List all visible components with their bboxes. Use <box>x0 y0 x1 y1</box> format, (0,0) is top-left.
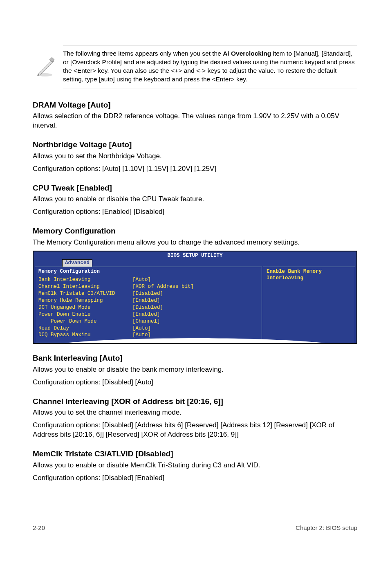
bios-val: [Auto] <box>132 325 151 332</box>
footer-chapter: Chapter 2: BIOS setup <box>296 524 357 532</box>
body-channel-interleaving-2: Configuration options: [Disabled] [Addre… <box>33 421 357 440</box>
bios-panel: BIOS SETUP UTILITY Advanced Memory Confi… <box>33 251 357 344</box>
note-text: The following three items appears only w… <box>63 45 357 88</box>
bios-val: [Enabled] <box>132 311 160 318</box>
bios-val: [Channel] <box>132 318 160 325</box>
body-cpu-tweak-2: Configuration options: [Enabled] [Disabl… <box>33 207 357 217</box>
bios-val: [Auto] <box>132 276 151 283</box>
heading-mem-config: Memory Configuration <box>33 226 357 236</box>
heading-channel-interleaving: Channel Interleaving [XOR of Address bit… <box>33 396 357 407</box>
bios-help-text: Enable Bank Memory Interleaving <box>267 269 322 281</box>
heading-dram-voltage: DRAM Voltage [Auto] <box>33 100 357 110</box>
body-dram-voltage: Allows selection of the DDR2 reference v… <box>33 112 357 130</box>
heading-northbridge: Northbridge Voltage [Auto] <box>33 139 357 150</box>
bios-row[interactable]: Memory Hole Remapping[Enabled] <box>38 297 258 304</box>
body-northbridge-1: Allows you to set the Northbridge Voltag… <box>33 152 357 161</box>
body-northbridge-2: Configuration options: [Auto] [1.10V] [1… <box>33 164 357 174</box>
bios-val: [XOR of Address bit] <box>132 283 194 290</box>
heading-bank-interleaving: Bank Interleaving [Auto] <box>33 353 357 364</box>
page-footer: 2-20 Chapter 2: BIOS setup <box>33 524 357 540</box>
bios-key: DCQ Bypass Maximu <box>38 332 132 339</box>
bios-val: [Disabled] <box>132 304 163 311</box>
svg-marker-1 <box>38 60 54 75</box>
bios-key: Memory Hole Remapping <box>38 297 132 304</box>
bios-help-pane: Enable Bank Memory Interleaving <box>263 267 355 343</box>
note-part1: The following three items appears only w… <box>63 50 223 57</box>
bios-key: MemClk Tristate C3/ATLVID <box>38 290 132 297</box>
bios-tab-advanced[interactable]: Advanced <box>62 259 92 267</box>
bios-row[interactable]: Power Down Enable[Enabled] <box>38 311 258 318</box>
bios-key: Power Down Enable <box>38 311 132 318</box>
body-channel-interleaving-1: Allows you to set the channel interleavi… <box>33 408 357 417</box>
bios-key: Power Down Mode <box>38 318 132 325</box>
note-bold: Ai Overclocking <box>223 50 271 57</box>
footer-page-number: 2-20 <box>33 524 45 532</box>
bios-row[interactable]: Bank Interleaving[Auto] <box>38 276 258 283</box>
bios-key: Channel Interleaving <box>38 283 132 290</box>
bios-row[interactable]: MemClk Tristate C3/ATLVID[Disabled] <box>38 290 258 297</box>
heading-cpu-tweak: CPU Tweak [Enabled] <box>33 183 357 193</box>
bios-val: [Enabled] <box>132 297 160 304</box>
bios-key: Bank Interleaving <box>38 276 132 283</box>
pencil-icon <box>33 45 57 88</box>
bios-val: [Disabled] <box>132 290 163 297</box>
heading-memclk: MemClk Tristate C3/ATLVID [Disabled] <box>33 449 357 459</box>
body-bank-interleaving-2: Configuration options: [Disabled] [Auto] <box>33 378 357 387</box>
bios-row[interactable]: Channel Interleaving[XOR of Address bit] <box>38 283 258 290</box>
bios-row[interactable]: Read Delay[Auto] <box>38 325 258 332</box>
body-bank-interleaving-1: Allows you to enable or disable the bank… <box>33 365 357 375</box>
note-block: The following three items appears only w… <box>33 45 357 91</box>
bios-row[interactable]: DCT Unganged Mode[Disabled] <box>38 304 258 311</box>
body-mem-config: The Memory Configuration menu allows you… <box>33 238 357 247</box>
bios-panel-heading: Memory Configuration <box>38 268 258 275</box>
bios-key: Read Delay <box>38 325 132 332</box>
bios-row[interactable]: DCQ Bypass Maximu[Auto] <box>38 332 258 339</box>
body-cpu-tweak-1: Allows you to enable or disable the CPU … <box>33 195 357 204</box>
bios-title: BIOS SETUP UTILITY <box>34 251 356 259</box>
bios-key: DCT Unganged Mode <box>38 304 132 311</box>
bios-val: [Auto] <box>132 332 151 339</box>
body-memclk-2: Configuration options: [Disabled] [Enabl… <box>33 474 357 483</box>
bios-left-pane: Memory Configuration Bank Interleaving[A… <box>35 267 262 343</box>
bios-row[interactable]: Power Down Mode[Channel] <box>38 318 258 325</box>
body-memclk-1: Allows you to enable or disable MemClk T… <box>33 461 357 470</box>
